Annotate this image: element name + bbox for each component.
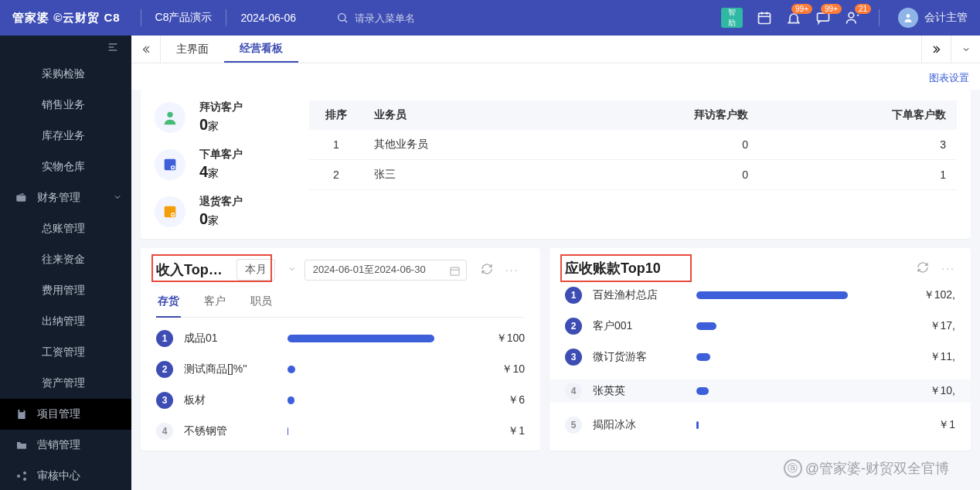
sidebar-item-warehouse[interactable]: 实物仓库 <box>0 151 131 182</box>
rank-bar <box>696 387 709 395</box>
table-row[interactable]: 2 张三 0 1 <box>309 160 957 190</box>
tab-main[interactable]: 主界面 <box>161 36 224 63</box>
search-wrap <box>336 12 471 24</box>
sidebar-collapse[interactable] <box>0 36 131 59</box>
header-date: 2024-06-06 <box>231 12 305 24</box>
more-icon[interactable]: ··· <box>505 264 519 276</box>
svg-rect-6 <box>818 13 829 21</box>
sidebar-item-sales[interactable]: 销售业务 <box>0 90 131 121</box>
rank-bar <box>696 291 848 299</box>
sidebar-item-expense[interactable]: 费用管理 <box>0 275 131 306</box>
save-icon <box>15 408 28 420</box>
return-icon <box>155 196 185 227</box>
sidebar-item-inventory[interactable]: 库存业务 <box>0 121 131 151</box>
sidebar-item-project[interactable]: 项目管理 <box>0 399 131 430</box>
sidebar-item-ledger[interactable]: 总账管理 <box>0 213 131 244</box>
list-item[interactable]: 3 板材 ￥6 <box>156 392 525 409</box>
sidebar-item-label: 营销管理 <box>37 438 80 452</box>
app-header: 管家婆 ©云财贸 C8 C8产品演示 2024-06-06 智助 99+ 99+… <box>0 0 980 36</box>
receivable-rank-list: 1 百姓渔村总店 ￥102, 2 客户001 ￥17, 3 <box>565 287 955 434</box>
list-item[interactable]: 1 百姓渔村总店 ￥102, <box>565 287 955 304</box>
list-item[interactable]: 4 张英英 ￥10, <box>550 379 971 403</box>
rank-bar <box>696 322 716 330</box>
user-menu[interactable]: 会计主管 <box>898 8 968 28</box>
list-item[interactable]: 5 揭阳冰冰 ￥1 <box>565 417 955 434</box>
rank-bar <box>288 335 434 342</box>
divider <box>141 9 141 26</box>
sidebar-item-purchase-inspect[interactable]: 采购检验 <box>0 59 131 90</box>
tab-dropdown[interactable] <box>951 36 980 63</box>
sidebar-item-label: 审核中心 <box>37 469 80 483</box>
list-item[interactable]: 3 微订货游客 ￥11, <box>565 349 955 366</box>
svg-point-14 <box>23 471 26 475</box>
menu-search-input[interactable] <box>355 12 471 24</box>
sidebar: 采购检验 销售业务 库存业务 实物仓库 财务管理 总账管理 往来资金 费用管理 … <box>0 36 131 490</box>
rank-value: ￥102, <box>901 288 955 302</box>
alert-icon[interactable]: 99+ <box>786 10 801 26</box>
rank-name: 微订货游客 <box>593 350 686 364</box>
sub-tab-staff[interactable]: 职员 <box>249 290 274 317</box>
header-icons: 智助 99+ 99+ 21 会计主管 <box>721 8 968 28</box>
list-item[interactable]: 1 成品01 ￥100 <box>156 330 525 347</box>
sidebar-item-cash[interactable]: 出纳管理 <box>0 306 131 337</box>
tab-prev[interactable] <box>131 36 161 63</box>
period-button[interactable]: 本月 <box>236 259 275 281</box>
list-item[interactable]: 4 不锈钢管 ￥1 <box>156 423 525 440</box>
logo: 管家婆 ©云财贸 C8 <box>12 11 121 26</box>
refresh-icon[interactable] <box>917 261 929 276</box>
rank-value: ￥17, <box>901 319 955 333</box>
message-icon[interactable]: 99+ <box>815 10 831 26</box>
assistant-icon[interactable]: 智助 <box>721 8 743 28</box>
more-icon[interactable]: ··· <box>941 262 955 274</box>
chevron-down-icon[interactable] <box>288 264 297 276</box>
list-item[interactable]: 2 测试商品[]%'' ￥10 <box>156 361 525 378</box>
chart-settings-link[interactable]: 图表设置 <box>131 63 980 90</box>
user-alert-icon[interactable]: 21 <box>845 10 860 26</box>
tab-next[interactable] <box>921 36 951 63</box>
sidebar-item-asset[interactable]: 资产管理 <box>0 368 131 399</box>
sidebar-item-marketing[interactable]: 营销管理 <box>0 430 131 461</box>
sub-tab-customer[interactable]: 客户 <box>202 290 227 317</box>
income-rank-list: 1 成品01 ￥100 2 测试商品[]%'' ￥10 3 <box>156 330 525 440</box>
panel-title: 应收账款Top10 <box>565 259 661 277</box>
td-visit: 0 <box>561 160 759 190</box>
table-row[interactable]: 1 其他业务员 0 3 <box>309 130 957 160</box>
sidebar-group-finance[interactable]: 财务管理 <box>0 182 131 213</box>
rank-number: 1 <box>156 330 173 347</box>
rank-number: 2 <box>565 318 582 335</box>
person-icon <box>155 102 185 133</box>
td-name: 张三 <box>363 160 561 190</box>
sales-table: 排序 业务员 拜访客户数 下单客户数 1 其他业务员 0 3 <box>309 100 957 228</box>
stat-order: 下单客户 4家 <box>155 148 294 181</box>
stat-unit: 家 <box>208 167 219 179</box>
stat-unit: 家 <box>208 120 219 132</box>
share-icon <box>15 470 28 482</box>
rank-value: ￥6 <box>471 393 525 407</box>
svg-rect-26 <box>451 267 459 275</box>
rank-bar <box>288 396 294 404</box>
user-badge: 21 <box>855 4 871 14</box>
calendar-icon[interactable] <box>757 10 772 26</box>
svg-point-9 <box>907 14 910 18</box>
rank-number: 5 <box>565 417 582 434</box>
sidebar-item-funds[interactable]: 往来资金 <box>0 244 131 275</box>
rank-value: ￥100 <box>471 332 525 345</box>
divider <box>879 9 880 26</box>
th-visit: 拜访客户数 <box>561 100 759 130</box>
date-range-input[interactable] <box>305 260 467 281</box>
stat-label: 退货客户 <box>199 195 243 209</box>
tab-dashboard[interactable]: 经营看板 <box>224 36 298 63</box>
list-item[interactable]: 2 客户001 ￥17, <box>565 318 955 335</box>
stat-value: 0 <box>199 210 208 227</box>
sub-tab-stock[interactable]: 存货 <box>156 290 181 318</box>
th-order: 下单客户数 <box>759 100 957 130</box>
rank-bar <box>288 427 288 435</box>
rank-name: 测试商品[]%'' <box>184 362 277 376</box>
svg-line-1 <box>345 20 347 22</box>
sidebar-item-audit[interactable]: 审核中心 <box>0 461 131 490</box>
svg-point-15 <box>23 478 26 481</box>
rank-name: 客户001 <box>593 319 686 333</box>
sidebar-item-salary[interactable]: 工资管理 <box>0 337 131 368</box>
refresh-icon[interactable] <box>481 263 493 277</box>
receivable-top-panel: 应收账款Top10 ··· 1 百姓渔村总店 ￥102, 2 <box>550 248 971 451</box>
